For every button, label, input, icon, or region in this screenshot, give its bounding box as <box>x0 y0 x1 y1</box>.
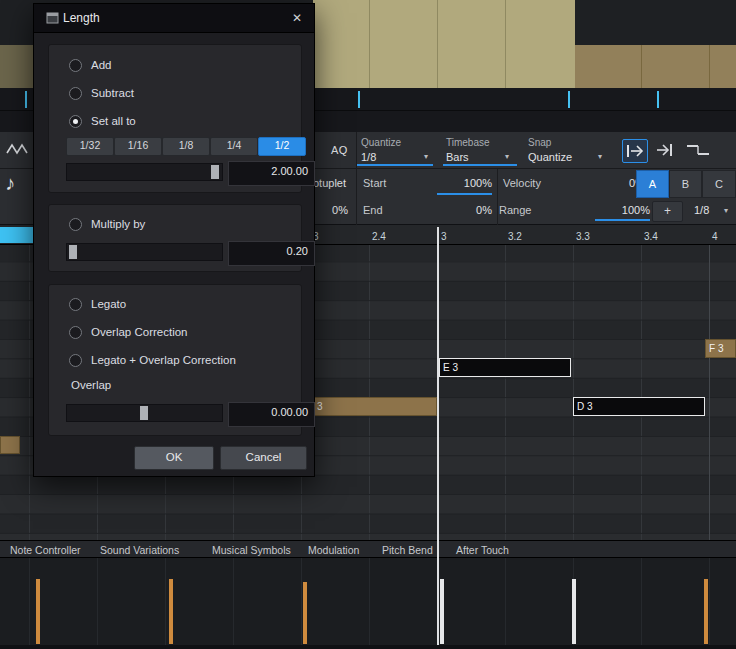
radio-row-overlap-correction[interactable]: Overlap Correction <box>69 325 188 339</box>
ruler-label: 4 <box>712 231 718 242</box>
multiply-value-field[interactable]: 0.20 <box>228 241 315 266</box>
range-value[interactable]: 100% <box>595 204 650 216</box>
midi-note-clipped[interactable] <box>0 436 20 454</box>
add-radio[interactable] <box>69 59 82 72</box>
tab-a[interactable]: A <box>636 170 669 198</box>
tab-modulation[interactable]: Modulation <box>308 544 359 556</box>
cancel-button[interactable]: Cancel <box>220 446 307 470</box>
snap-section-label: Snap <box>528 137 551 148</box>
end-value[interactable]: 0% <box>437 204 492 216</box>
extend-note-end-icon <box>623 140 647 162</box>
radio-row-multiply-by[interactable]: Multiply by <box>69 217 145 231</box>
ruler-label: 3.3 <box>576 231 590 242</box>
start-label: Start <box>363 177 386 189</box>
auto-quantize-label[interactable]: AQ <box>331 144 348 156</box>
tab-note-controller[interactable]: Note Controller <box>10 544 81 556</box>
midi-note-e3[interactable]: E 3 <box>439 358 571 377</box>
playhead[interactable] <box>437 227 439 645</box>
clip-beat-line <box>369 0 370 88</box>
length-dialog: Length ✕ Add Subtract Set all to 1/32 1/… <box>33 3 315 477</box>
trim-note-start-icon <box>652 139 676 161</box>
wave-tool-icon[interactable] <box>5 140 29 158</box>
tuplet-value[interactable]: otuplet <box>313 177 346 189</box>
radio-row-subtract[interactable]: Subtract <box>69 86 134 100</box>
set-all-slider[interactable] <box>66 163 223 181</box>
tab-sound-variations[interactable]: Sound Variations <box>100 544 179 556</box>
velocity-bar[interactable] <box>303 582 307 644</box>
piano-roll-editor: AQ Quantize 1/8 ▾ Timebase Bars ▾ Snap Q… <box>0 0 736 649</box>
clip-beat-line <box>641 45 642 88</box>
overlap-correction-radio[interactable] <box>69 326 82 339</box>
tab-c[interactable]: C <box>702 170 736 198</box>
tab-after-touch[interactable]: After Touch <box>456 544 509 556</box>
subtract-radio[interactable] <box>69 87 82 100</box>
ruler-label: 3 <box>441 231 447 242</box>
ruler-label: 2.4 <box>372 231 386 242</box>
snap-dropdown[interactable]: Quantize <box>528 151 572 163</box>
fraction-button-1-8[interactable]: 1/8 <box>162 137 210 156</box>
set-all-slider-handle[interactable] <box>211 165 219 179</box>
fraction-button-1-2[interactable]: 1/2 <box>258 137 306 156</box>
midi-note-d3[interactable]: D 3 <box>573 397 705 416</box>
velocity-bar-selected[interactable] <box>440 579 444 644</box>
velocity-bar[interactable] <box>36 579 40 644</box>
mini-note-tick <box>568 91 570 108</box>
dialog-titlebar[interactable]: Length ✕ <box>34 4 314 33</box>
bar-line <box>709 245 710 540</box>
legato-overlap-label: Legato + Overlap Correction <box>91 354 236 366</box>
overlap-slider[interactable] <box>66 404 223 422</box>
radio-row-legato[interactable]: Legato <box>69 297 126 311</box>
set-length-group: Add Subtract Set all to 1/32 1/16 1/8 1/… <box>48 44 302 193</box>
radio-row-set-all-to[interactable]: Set all to <box>69 114 136 128</box>
close-icon[interactable]: ✕ <box>286 9 308 27</box>
timebase-underline <box>443 164 517 166</box>
velocity-bar[interactable] <box>169 579 173 644</box>
midi-note-f3[interactable]: F 3 <box>705 339 736 358</box>
velocity-bar-selected[interactable] <box>572 579 576 644</box>
multiply-by-label: Multiply by <box>91 218 145 230</box>
legato-radio[interactable] <box>69 298 82 311</box>
clip-khaki[interactable] <box>313 0 575 88</box>
tab-pitch-bend[interactable]: Pitch Bend <box>382 544 433 556</box>
chevron-down-icon[interactable]: ▾ <box>724 206 728 215</box>
timebase-dropdown[interactable]: Bars <box>446 151 469 163</box>
dialog-title: Length <box>63 11 100 25</box>
radio-row-legato-overlap[interactable]: Legato + Overlap Correction <box>69 353 236 367</box>
tab-musical-symbols[interactable]: Musical Symbols <box>212 544 291 556</box>
midi-note-partial[interactable]: 3 <box>313 397 437 416</box>
loop-range-highlight[interactable] <box>0 227 33 243</box>
legato-tool-button[interactable] <box>684 139 714 163</box>
ok-button[interactable]: OK <box>134 446 214 470</box>
overlap-value-field[interactable]: 0.00.00 <box>228 402 315 427</box>
set-all-to-radio[interactable] <box>69 115 82 128</box>
fraction-button-1-32[interactable]: 1/32 <box>66 137 114 156</box>
extend-note-end-button[interactable] <box>622 139 648 163</box>
tab-b[interactable]: B <box>669 170 702 198</box>
trim-note-start-button[interactable] <box>652 139 678 163</box>
note-tool-icon[interactable]: ♪ <box>5 172 15 195</box>
mini-note-tick <box>657 91 659 108</box>
multiply-slider[interactable] <box>66 243 223 261</box>
fraction-button-1-4[interactable]: 1/4 <box>210 137 258 156</box>
velocity-lane[interactable] <box>0 558 736 645</box>
overlap-slider-handle[interactable] <box>140 406 148 420</box>
clip-beat-line <box>709 45 710 88</box>
add-quantize-button[interactable]: + <box>652 201 683 222</box>
quantize-section-label: Quantize <box>361 137 401 148</box>
clip-left-sliver[interactable] <box>0 45 33 88</box>
velocity-bar[interactable] <box>704 579 708 644</box>
legato-overlap-radio[interactable] <box>69 354 82 367</box>
set-all-value-field[interactable]: 2.00.00 <box>228 161 315 186</box>
multiply-by-radio[interactable] <box>69 218 82 231</box>
chevron-down-icon[interactable]: ▾ <box>505 152 509 161</box>
fraction-button-1-16[interactable]: 1/16 <box>114 137 162 156</box>
range-label: Range <box>499 204 531 216</box>
grid-value-dropdown[interactable]: 1/8 <box>694 204 709 216</box>
radio-row-add[interactable]: Add <box>69 58 111 72</box>
quantize-dropdown[interactable]: 1/8 <box>361 151 376 163</box>
clip-tan[interactable] <box>575 45 736 88</box>
chevron-down-icon[interactable]: ▾ <box>424 152 428 161</box>
start-value[interactable]: 100% <box>437 177 492 189</box>
multiply-slider-handle[interactable] <box>69 245 77 259</box>
chevron-down-icon[interactable]: ▾ <box>598 152 602 161</box>
